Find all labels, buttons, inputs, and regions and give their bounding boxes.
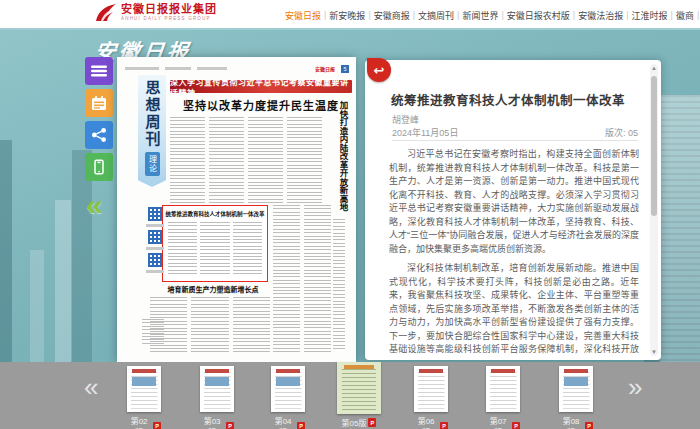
nav-separator: | <box>457 10 459 20</box>
pdf-icon[interactable]: P <box>512 422 520 429</box>
left-column-footer-text <box>142 319 164 345</box>
qr-code-stack <box>144 207 166 273</box>
mini-text-bar <box>125 67 159 70</box>
meta-divider <box>392 140 638 141</box>
article-meta-row: 2024年11月05日 版次: 05 <box>392 126 638 139</box>
page-thumb-image[interactable] <box>127 366 161 412</box>
mini-text-bar <box>197 67 227 70</box>
article-date: 2024年11月05日 <box>392 126 458 139</box>
paper-nav: 安徽日报| 新安晚报| 安徽商报| 文摘周刊| 新闻世界| 安徽日报农村版| 安… <box>285 0 700 30</box>
qr-code-icon <box>148 230 162 244</box>
article-text-column <box>333 219 345 349</box>
page-thumb-08[interactable]: 第08版P <box>559 366 593 429</box>
nav-separator: | <box>671 10 673 20</box>
page-thumb-05-active[interactable]: 第05版P <box>336 362 382 428</box>
building-silhouette <box>55 200 71 362</box>
nav-item-wenzhai-weekly[interactable]: 文摘周刊 <box>418 9 454 22</box>
qr-caption-bar <box>146 247 164 250</box>
secondary-headline[interactable]: 培育新质生产力塑造新增长点 <box>157 284 269 294</box>
phone-icon[interactable] <box>85 153 113 181</box>
pdf-icon[interactable]: P <box>585 422 593 429</box>
page-thumb-06[interactable]: 第06版P <box>414 366 448 429</box>
page-thumb-image[interactable] <box>271 366 305 412</box>
section-tag: 理论 <box>145 152 160 176</box>
page-thumb-image[interactable] <box>200 366 234 412</box>
back-icon: ↩ <box>374 63 385 78</box>
paper-mini-masthead-row: 安徽日报 5 <box>125 64 349 73</box>
nav-item-huishang[interactable]: 徽商 <box>676 9 694 22</box>
page-thumb-label: 第04版 <box>271 415 295 429</box>
nav-item-rural-edition[interactable]: 安徽日报农村版 <box>507 9 570 22</box>
nav-item-fazhi-daily[interactable]: 安徽法治报 <box>578 9 623 22</box>
logo-subtitle: ANHUI DAILY PRESS GROUP <box>121 17 217 22</box>
article-panel: ↩ 统筹推进教育科技人才体制机制一体改革 胡登峰 2024年11月05日 版次:… <box>365 60 661 360</box>
highlighted-article-headline: 统筹推进教育科技人才体制机制一体改革 <box>163 210 267 218</box>
vertical-headline[interactable]: 加快打造内陆改革开放新高地 <box>330 101 347 213</box>
logo-title: 安徽日报报业集团 <box>121 4 217 15</box>
nav-separator: | <box>626 10 628 20</box>
highlighted-article-columns <box>168 222 262 276</box>
pdf-icon[interactable]: P <box>297 422 305 429</box>
prev-page-arrow[interactable]: « <box>86 190 103 220</box>
page-thumb-label: 第06版 <box>414 415 438 429</box>
pdf-icon[interactable]: P <box>153 422 161 429</box>
article-title: 统筹推进教育科技人才体制机制一体改革 <box>391 90 639 109</box>
menu-icon[interactable] <box>85 57 113 85</box>
top-header: 安徽日报报业集团 ANHUI DAILY PRESS GROUP 安徽日报| 新… <box>0 0 700 30</box>
nav-item-xinan-evening[interactable]: 新安晚报 <box>329 9 365 22</box>
nav-item-news-world[interactable]: 新闻世界 <box>462 9 498 22</box>
nav-separator: | <box>573 10 575 20</box>
thumbnails-next-icon[interactable]: » <box>628 374 642 400</box>
qr-code-icon <box>148 253 162 267</box>
article-text-columns <box>273 205 331 353</box>
press-group-emblem-icon <box>95 3 117 23</box>
page-thumb-image[interactable] <box>559 366 593 412</box>
share-icon[interactable] <box>85 121 113 149</box>
page-thumb-image[interactable] <box>414 366 448 412</box>
qr-caption-bar <box>146 224 164 227</box>
newspaper-viewer-page: 安徽日报报业集团 ANHUI DAILY PRESS GROUP 安徽日报| 新… <box>0 0 700 429</box>
page-thumb-image[interactable] <box>486 366 520 412</box>
article-edition: 版次: 05 <box>605 126 638 139</box>
page-thumb-image[interactable] <box>337 362 381 414</box>
nav-item-anhui-daily[interactable]: 安徽日报 <box>285 9 321 22</box>
page-thumb-03[interactable]: 第03版P <box>200 366 234 429</box>
theme-banner-headline[interactable]: 深入学习宣传贯彻习近平总书记考察安徽重要讲话精神 <box>170 80 352 93</box>
pdf-icon[interactable]: P <box>440 422 448 429</box>
page-thumb-label: 第05版 <box>342 417 367 428</box>
page-thumb-04[interactable]: 第04版P <box>271 366 305 429</box>
thumbnails-prev-icon[interactable]: « <box>84 374 98 400</box>
highlighted-article[interactable]: 统筹推进教育科技人才体制机制一体改革 <box>162 205 268 282</box>
article-author: 胡登峰 <box>392 113 419 126</box>
nav-separator: | <box>697 10 699 20</box>
press-group-logo[interactable]: 安徽日报报业集团 ANHUI DAILY PRESS GROUP <box>95 3 217 23</box>
page-thumb-07[interactable]: 第07版P <box>486 366 520 429</box>
calendar-icon[interactable] <box>85 89 113 117</box>
nav-item-anhui-business[interactable]: 安徽商报 <box>374 9 410 22</box>
page-thumb-label: 第08版 <box>559 415 583 429</box>
page-thumbnail-bar: « 第02版P 第03版P 第04版P 第05版P 第06版P 第07版P 第0… <box>0 362 700 429</box>
article-body: 习近平总书记在安徽考察时指出，构建支持全面创新体制机制，统筹推进教育科技人才体制… <box>389 148 639 356</box>
building-silhouette <box>72 150 92 362</box>
article-paragraph: 深化科技体制机制改革，培育创新发展新动能。推进中国式现代化，科学技术要打头阵，科… <box>389 262 639 356</box>
page-number-badge: 5 <box>341 65 349 73</box>
nav-item-jianghuai-times[interactable]: 江淮时报 <box>632 9 668 22</box>
scroll-down-icon[interactable]: ▼ <box>650 348 658 356</box>
qr-code-icon <box>148 207 162 221</box>
nav-separator: | <box>368 10 370 20</box>
scrollbar-thumb[interactable] <box>651 76 657 216</box>
pdf-icon[interactable]: P <box>368 418 376 427</box>
paper-name-small: 安徽日报 <box>315 65 335 72</box>
page-thumb-02[interactable]: 第02版P <box>127 366 161 429</box>
pdf-icon[interactable]: P <box>226 422 234 429</box>
back-to-page-button[interactable]: ↩ <box>367 58 391 82</box>
article-text-columns <box>150 297 270 355</box>
lead-headline[interactable]: 坚持以改革力度提升民生温度 <box>170 97 352 113</box>
page-thumb-label: 第07版 <box>486 415 510 429</box>
section-banner: 思想周刊 理论 <box>138 75 166 187</box>
building-silhouette <box>30 250 44 362</box>
building-silhouette <box>0 140 12 362</box>
scroll-up-icon[interactable]: ▲ <box>650 64 658 72</box>
nav-separator: | <box>501 10 503 20</box>
article-scrollbar[interactable]: ▲ ▼ <box>650 64 658 356</box>
